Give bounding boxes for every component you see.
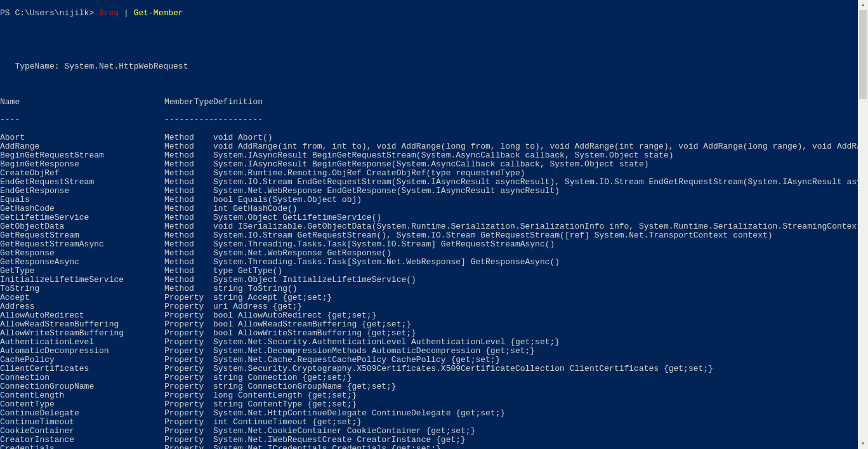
member-type: Property [164,365,213,373]
member-definition: System.Object GetLifetimeService() [213,213,381,222]
table-row: ContentLengthPropertylong ContentLength … [0,391,858,400]
member-type: Method [164,276,213,285]
terminal-output[interactable]: PS C:\Users\nijilk> $req | Get-Member Ty… [0,0,858,449]
table-row: CreatorInstancePropertySystem.Net.IWebRe… [0,436,858,445]
member-type: Property [164,436,213,445]
table-header: NameMemberTypeDefinition [0,98,858,107]
table-row: AddRangeMethodvoid AddRange(int from, in… [0,142,858,151]
member-name: GetRequestStream [0,231,164,240]
table-row: GetLifetimeServiceMethodSystem.Object Ge… [0,213,858,222]
member-type: Property [164,409,213,418]
member-name: ContinueDelegate [0,409,164,418]
member-type: Method [164,249,213,258]
member-type: Method [164,160,213,169]
table-row: AddressPropertyuri Address {get;} [0,302,858,311]
member-name: ContentLength [0,391,164,400]
table-row: InitializeLifetimeServiceMethodSystem.Ob… [0,276,858,285]
member-name: CookieContainer [0,427,164,436]
table-row: GetTypeMethodtype GetType() [0,267,858,276]
member-type: Method [164,178,213,187]
member-type: Property [164,356,213,365]
table-row: ContinueTimeoutPropertyint ContinueTimeo… [0,418,858,427]
table-row: AllowReadStreamBufferingPropertybool All… [0,320,858,329]
member-type: Property [164,338,213,347]
member-type: Property [164,302,213,311]
blank-line [0,44,858,53]
divider-def: ---------- [213,116,263,124]
member-definition: bool AllowAutoRedirect {get;set;} [213,311,376,320]
member-name: CreatorInstance [0,436,164,445]
member-name: AddRange [0,142,164,151]
scroll-thumb[interactable] [859,10,867,99]
table-row: AllowWriteStreamBufferingPropertybool Al… [0,329,858,338]
member-name: EndGetRequestStream [0,178,164,187]
member-name: Credentials [0,445,164,449]
member-name: GetObjectData [0,222,164,231]
table-row: ContinueDelegatePropertySystem.Net.HttpC… [0,409,858,418]
table-row: GetResponseMethodSystem.Net.WebResponse … [0,249,858,258]
table-row: ToStringMethodstring ToString() [0,285,858,293]
member-definition: bool Equals(System.Object obj) [213,196,362,204]
member-type: Method [164,204,213,213]
header-type: MemberType [164,98,213,107]
member-type: Method [164,213,213,222]
member-name: Connection [0,373,164,382]
table-row: EqualsMethodbool Equals(System.Object ob… [0,196,858,204]
member-definition: bool AllowWriteStreamBuffering {get;set;… [213,329,416,338]
member-name: ClientCertificates [0,365,164,373]
table-row: AuthenticationLevelPropertySystem.Net.Se… [0,338,858,347]
member-name: Address [0,302,164,311]
member-name: Equals [0,196,164,204]
member-definition: int GetHashCode() [213,204,298,213]
member-name: GetLifetimeService [0,213,164,222]
member-name: ContinueTimeout [0,418,164,427]
scroll-down-button[interactable]: ▾ [858,439,868,449]
member-definition: System.Net.WebResponse EndGetResponse(Sy… [213,187,560,196]
table-row: ConnectionGroupNamePropertystring Connec… [0,382,858,391]
table-row: ContentTypePropertystring ContentType {g… [0,400,858,409]
member-type: Property [164,347,213,356]
scroll-up-button[interactable]: ▴ [858,0,868,10]
table-divider: ------------------------ [0,116,858,124]
prompt-prefix: PS C:\Users\nijilk> [0,8,99,18]
member-definition: string Connection {get;set;} [213,373,352,382]
header-definition: Definition [213,98,263,107]
member-definition: System.Security.Cryptography.X509Certifi… [213,365,713,373]
table-row: AcceptPropertystring Accept {get;set;} [0,293,858,302]
member-name: GetRequestStreamAsync [0,240,164,249]
member-type: Property [164,391,213,400]
member-name: CachePolicy [0,356,164,365]
typename-line: TypeName: System.Net.HttpWebRequest [0,62,858,71]
member-definition: System.Threading.Tasks.Task[System.IO.St… [213,240,555,249]
member-type: Method [164,267,213,276]
table-row: AllowAutoRedirectPropertybool AllowAutoR… [0,311,858,320]
table-row: AbortMethodvoid Abort() [0,133,858,142]
table-row: GetRequestStreamAsyncMethodSystem.Thread… [0,240,858,249]
blank-line [0,80,858,89]
member-type: Property [164,445,213,449]
member-type: Method [164,196,213,204]
table-row: EndGetResponseMethodSystem.Net.WebRespon… [0,187,858,196]
member-type: Property [164,293,213,302]
member-type: Method [164,151,213,160]
blank-line [0,27,858,36]
member-name: Abort [0,133,164,142]
member-type: Method [164,240,213,249]
member-definition: string ContentType {get;set;} [213,400,357,409]
prompt-variable: $req [99,8,119,18]
table-row: BeginGetRequestStreamMethodSystem.IAsync… [0,151,858,160]
divider-name: ---- [0,116,164,124]
table-row: CredentialsPropertySystem.Net.ICredentia… [0,445,858,449]
member-definition: uri Address {get;} [213,302,302,311]
member-name: AllowAutoRedirect [0,311,164,320]
member-definition: System.Net.ICredentials Credentials {get… [213,445,441,449]
member-type: Method [164,222,213,231]
member-definition: System.Threading.Tasks.Task[System.Net.W… [213,258,560,267]
table-row: GetResponseAsyncMethodSystem.Threading.T… [0,258,858,267]
member-definition: System.Object InitializeLifetimeService(… [213,276,416,285]
scrollbar[interactable]: ▴ ▾ [858,0,868,449]
table-row: AutomaticDecompressionPropertySystem.Net… [0,347,858,356]
member-type: Method [164,258,213,267]
member-type: Property [164,418,213,427]
member-definition: long ContentLength {get;set;} [213,391,357,400]
